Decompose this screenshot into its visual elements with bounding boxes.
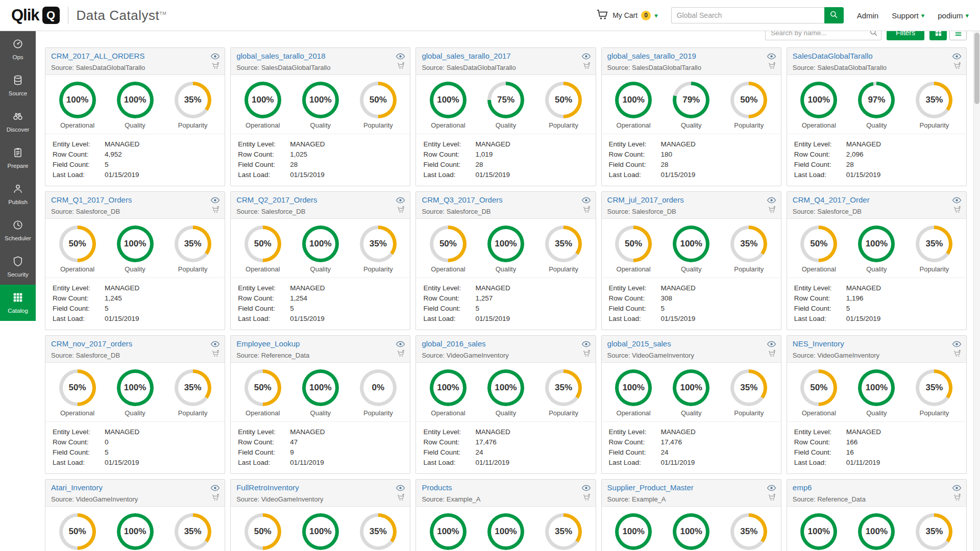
card-source: Source: VideoGameInventory [422, 352, 578, 359]
card-details: Entity Level:MANAGED Row Count:308 Field… [602, 278, 781, 328]
gauge-quality: 100% Quality [117, 369, 154, 417]
card-title-link[interactable]: CRM_jul_2017_orders [607, 195, 684, 204]
source-label: Source: [51, 208, 74, 215]
gauge-label: Quality [866, 121, 887, 129]
cart-plus-icon[interactable] [397, 493, 405, 504]
card-title-link[interactable]: SalesDataGlobalTarallo [793, 52, 873, 60]
card-title-link[interactable]: Employee_Lookup [236, 339, 300, 348]
sidebar-item-prepare[interactable]: Prepare [0, 140, 36, 176]
admin-link[interactable]: Admin [857, 11, 879, 20]
cart-plus-icon[interactable] [582, 205, 591, 216]
cart-plus-icon[interactable] [953, 349, 962, 360]
card-title-link[interactable]: emp6 [793, 483, 812, 492]
gauge-value: 35% [184, 527, 202, 537]
logo-divider [68, 7, 68, 24]
cart-plus-icon[interactable] [397, 205, 405, 216]
catalog-card: global_2016_sales Source: VideoGameInven… [415, 335, 596, 474]
source-value: Reference_Data [261, 352, 310, 359]
card-source: Source: Salesforce_DB [422, 208, 578, 215]
sidebar-item-publish[interactable]: Publish [0, 176, 36, 212]
cart-plus-icon[interactable] [768, 61, 776, 72]
row-count-value: 17,476 [661, 437, 682, 447]
sidebar-item-discover[interactable]: Discover [0, 104, 36, 140]
cart-plus-icon[interactable] [768, 205, 776, 216]
card-title-link[interactable]: Supplier_Product_Master [607, 483, 694, 492]
sidebar-items: Ops Source Discover Prepare Publish Sche… [0, 31, 36, 321]
cart-plus-icon[interactable] [953, 61, 962, 72]
entity-level-value: MANAGED [290, 283, 325, 293]
global-search-button[interactable] [824, 7, 844, 23]
gauge-value: 50% [254, 239, 272, 249]
cart-plus-icon[interactable] [211, 493, 220, 504]
sidebar-item-ops[interactable]: Ops [0, 31, 36, 67]
card-title-link[interactable]: Products [422, 483, 452, 492]
sidebar-item-scheduler[interactable]: Scheduler [0, 212, 36, 248]
gauge-value: 97% [868, 95, 885, 105]
cart-plus-icon[interactable] [582, 493, 591, 504]
card-header: global_sales_tarallo_2017 Source: SalesD… [416, 48, 595, 75]
gauge-label: Popularity [549, 409, 578, 417]
gauge-popularity: 35% Popularity [545, 513, 582, 551]
cart-plus-icon[interactable] [211, 349, 220, 360]
card-title-link[interactable]: global_sales_tarallo_2017 [422, 52, 510, 60]
card-title-link[interactable]: Atari_Inventory [51, 483, 103, 492]
gauge-value: 79% [682, 95, 700, 105]
card-title-link[interactable]: global_sales_tarallo_2019 [607, 52, 696, 60]
cart-plus-icon[interactable] [582, 349, 591, 360]
card-title-link[interactable]: CRM_Q3_2017_Orders [422, 195, 502, 204]
gauge-label: Popularity [178, 409, 208, 417]
card-title-link[interactable]: CRM_Q2_2017_Orders [236, 195, 317, 204]
cart-plus-icon[interactable] [211, 61, 220, 72]
card-gauges: 50% Operational 100% Quality 35% Popular… [45, 363, 225, 422]
gauge-popularity: 35% Popularity [916, 513, 952, 551]
row-count-value: 1,019 [475, 149, 493, 160]
last-load-label: Last Load: [53, 458, 105, 468]
card-title-link[interactable]: FullRetroInventory [236, 483, 299, 492]
sidebar-item-security[interactable]: Security [0, 248, 36, 285]
card-title-link[interactable]: CRM_Q4_2017_Order [793, 195, 870, 204]
card-details: Entity Level:MANAGED Row Count:1,025 Fie… [231, 134, 410, 184]
card-title-link[interactable]: NES_Inventory [793, 339, 844, 348]
source-value: Example_A [447, 495, 480, 503]
scrollbar-thumb[interactable] [974, 33, 979, 104]
gauge-operational: 50% Operational [244, 226, 281, 273]
gauge-operational: 100% Operational [615, 513, 652, 551]
card-title-link[interactable]: CRM_Q1_2017_Orders [51, 195, 132, 204]
source-label: Source: [236, 352, 259, 359]
gauge-value: 35% [925, 383, 943, 393]
gauge-popularity: 35% Popularity [916, 369, 952, 417]
scrollbar[interactable] [973, 31, 980, 551]
global-search-input[interactable] [671, 7, 824, 23]
cart-plus-icon[interactable] [953, 493, 962, 504]
row-count-value: 1,025 [290, 149, 307, 160]
support-menu[interactable]: Support ▾ [892, 11, 924, 20]
card-title-link[interactable]: global_sales_tarallo_2018 [236, 52, 325, 60]
gauge-quality: 100% Quality [487, 369, 524, 417]
cart-plus-icon[interactable] [768, 349, 776, 360]
my-cart-button[interactable]: My Cart 0 ▾ [596, 8, 658, 23]
gauge-label: Operational [617, 409, 651, 417]
card-gauges: 50% Operational 100% Quality 35% Popular… [231, 219, 410, 278]
card-title-link[interactable]: CRM_nov_2017_orders [51, 339, 132, 348]
card-title-link[interactable]: global_2015_sales [607, 339, 671, 348]
cart-plus-icon[interactable] [397, 61, 405, 72]
sidebar-item-catalog[interactable]: Catalog [0, 285, 36, 321]
catalog-card: global_sales_tarallo_2017 Source: SalesD… [415, 47, 596, 186]
gauge-value: 50% [69, 239, 86, 249]
cart-plus-icon[interactable] [211, 205, 220, 216]
gauge-popularity: 35% Popularity [175, 369, 211, 417]
qlik-logo[interactable]: Qlik Q [11, 6, 60, 24]
user-menu[interactable]: podium ▾ [938, 11, 969, 20]
gauge-label: Operational [617, 265, 651, 273]
cart-label: My Cart [612, 11, 638, 19]
cart-count-badge: 0 [641, 11, 651, 20]
cart-plus-icon[interactable] [397, 349, 405, 360]
cart-plus-icon[interactable] [582, 61, 591, 72]
sidebar-item-source[interactable]: Source [0, 67, 36, 104]
card-details: Entity Level:MANAGED Row Count:1,196 Fie… [787, 278, 966, 328]
cart-plus-icon[interactable] [768, 493, 776, 504]
cart-plus-icon[interactable] [953, 205, 962, 216]
card-title-link[interactable]: global_2016_sales [422, 339, 485, 348]
field-count-label: Field Count: [609, 304, 661, 314]
card-title-link[interactable]: CRM_2017_ALL_ORDERS [51, 52, 144, 60]
